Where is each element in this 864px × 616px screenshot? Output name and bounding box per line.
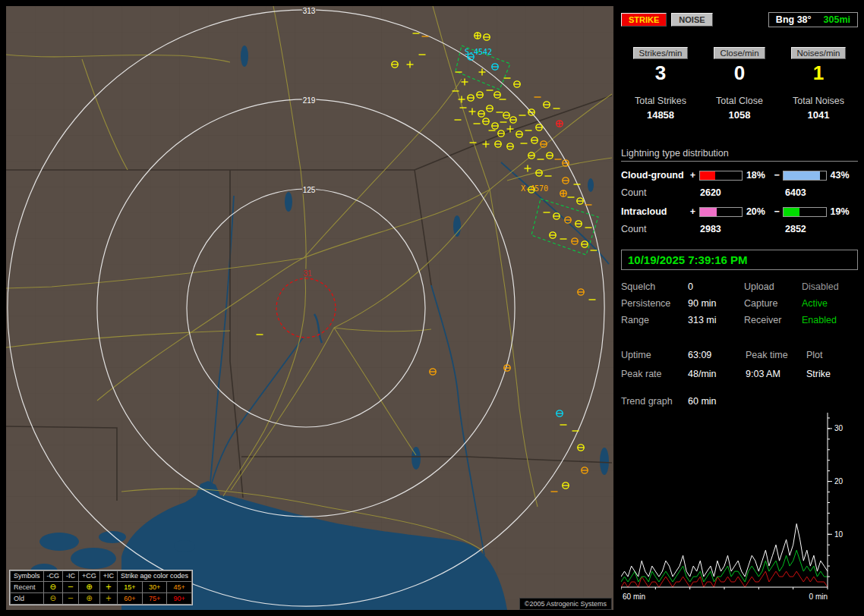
distribution-title: Lightning type distribution xyxy=(621,148,858,162)
datetime-display: 10/19/2025 7:39:16 PM xyxy=(621,250,858,270)
ic-minus-count: 2852 xyxy=(785,224,806,234)
strikes-per-min-value: 3 xyxy=(621,61,700,85)
peak-time-label: Peak time xyxy=(746,350,806,360)
upload-status: Disabled xyxy=(802,281,858,292)
close-per-min-button[interactable]: Close/min xyxy=(714,47,765,59)
svg-text:X-4570: X-4570 xyxy=(521,184,548,193)
trend-graph-canvas: 30201060 min0 min xyxy=(621,413,858,611)
close-per-min-column: Close/min 0 Total Close 1058 xyxy=(700,47,779,121)
count-label: Count xyxy=(621,224,700,234)
peak-time-value: 9:03 AM xyxy=(746,369,806,379)
count-label: Count xyxy=(621,187,700,198)
intracloud-count-row: Count 2983 2852 xyxy=(621,224,858,234)
trend-window-value: 60 min xyxy=(688,396,858,407)
cloud-ground-count-row: Count 2620 6403 xyxy=(621,187,858,198)
cg-minus-bar xyxy=(783,171,826,181)
uptime-value: 63:09 xyxy=(688,350,746,360)
cloud-ground-row: Cloud-ground + 18% − 43% xyxy=(621,170,858,181)
status-grid: Uptime 63:09 Peak time Plot Peak rate 48… xyxy=(621,350,858,379)
svg-text:30: 30 xyxy=(834,424,844,432)
persistence-value: 90 min xyxy=(688,298,744,309)
svg-text:10: 10 xyxy=(834,530,844,539)
svg-text:125: 125 xyxy=(303,186,316,194)
upload-label: Upload xyxy=(744,281,802,292)
close-per-min-value: 0 xyxy=(700,61,779,85)
bearing-value: Bng 38° xyxy=(776,14,812,25)
squelch-label: Squelch xyxy=(621,281,688,292)
total-strikes-label: Total Strikes xyxy=(621,96,700,106)
noises-per-min-column: Noises/min 1 Total Noises 1041 xyxy=(779,47,858,121)
plot-value: Strike xyxy=(806,369,858,379)
copyright: ©2005 Astrogenic Systems xyxy=(519,598,612,610)
minus-sign: − xyxy=(774,206,783,217)
ic-plus-count: 2983 xyxy=(700,224,785,234)
total-noises-value: 1041 xyxy=(779,109,858,121)
map-legend: Symbols-CG-IC+CG+ICStrike age color code… xyxy=(9,570,193,605)
cg-minus-count: 6403 xyxy=(785,187,806,198)
control-panel: STRIKE NOISE Bng 38° 305mi Strikes/min 3… xyxy=(621,6,858,610)
bearing-display: Bng 38° 305mi xyxy=(768,12,858,27)
map-canvas: 31321912531 S-4542X-4570 xyxy=(6,6,613,610)
receiver-status: Enabled xyxy=(802,315,858,325)
svg-text:20: 20 xyxy=(834,477,844,486)
intracloud-label: Intracloud xyxy=(621,206,690,217)
ic-minus-bar xyxy=(783,207,826,217)
uptime-label: Uptime xyxy=(621,350,688,360)
total-close-label: Total Close xyxy=(700,96,779,106)
peak-rate-label: Peak rate xyxy=(621,369,688,379)
total-noises-label: Total Noises xyxy=(779,96,858,106)
bearing-distance: 305mi xyxy=(824,14,850,25)
cg-plus-percent: 18% xyxy=(746,170,774,181)
plus-sign: + xyxy=(690,206,699,217)
settings-grid: Squelch 0 Upload Disabled Persistence 90… xyxy=(621,281,858,325)
capture-label: Capture xyxy=(744,298,802,309)
ic-plus-percent: 20% xyxy=(746,206,774,217)
strike-indicator-button[interactable]: STRIKE xyxy=(621,13,667,27)
minus-sign: − xyxy=(774,170,783,181)
cg-plus-bar xyxy=(699,171,743,181)
plot-label: Plot xyxy=(806,350,858,360)
lightning-map[interactable]: 31321912531 S-4542X-4570 Symbols-CG-IC+C… xyxy=(6,6,613,610)
rate-counters: Strikes/min 3 Total Strikes 14858 Close/… xyxy=(621,47,858,121)
legend-table: Symbols-CG-IC+CG+ICStrike age color code… xyxy=(10,570,192,605)
svg-text:313: 313 xyxy=(303,7,316,15)
trend-graph: 30201060 min0 min xyxy=(621,413,858,611)
noises-per-min-value: 1 xyxy=(779,61,858,85)
ic-minus-percent: 19% xyxy=(831,206,859,217)
strikestar-window: 31321912531 S-4542X-4570 Symbols-CG-IC+C… xyxy=(0,0,864,616)
peak-rate-value: 48/min xyxy=(688,369,746,379)
cg-plus-count: 2620 xyxy=(700,187,785,198)
intracloud-row: Intracloud + 20% − 19% xyxy=(621,206,858,217)
cloud-ground-label: Cloud-ground xyxy=(621,170,690,181)
receiver-label: Receiver xyxy=(744,315,802,325)
strikes-per-min-button[interactable]: Strikes/min xyxy=(633,47,689,59)
svg-text:31: 31 xyxy=(303,269,312,278)
trend-graph-label: Trend graph xyxy=(621,396,688,407)
svg-text:0 min: 0 min xyxy=(809,592,828,601)
noise-indicator-button[interactable]: NOISE xyxy=(671,13,712,27)
persistence-label: Persistence xyxy=(621,298,688,309)
range-value: 313 mi xyxy=(688,315,744,325)
svg-text:S-4542: S-4542 xyxy=(465,48,492,56)
cg-minus-percent: 43% xyxy=(831,170,859,181)
noises-per-min-button[interactable]: Noises/min xyxy=(791,47,847,59)
range-label: Range xyxy=(621,315,688,325)
plus-sign: + xyxy=(690,170,699,181)
total-close-value: 1058 xyxy=(700,109,779,121)
svg-text:219: 219 xyxy=(303,96,316,105)
trend-header: Trend graph 60 min xyxy=(621,396,858,407)
svg-text:60 min: 60 min xyxy=(623,592,645,601)
capture-status: Active xyxy=(802,298,858,309)
indicator-bar: STRIKE NOISE Bng 38° 305mi xyxy=(621,12,858,27)
strikes-per-min-column: Strikes/min 3 Total Strikes 14858 xyxy=(621,47,700,121)
total-strikes-value: 14858 xyxy=(621,109,700,121)
ic-plus-bar xyxy=(699,207,743,217)
squelch-value: 0 xyxy=(688,281,744,292)
